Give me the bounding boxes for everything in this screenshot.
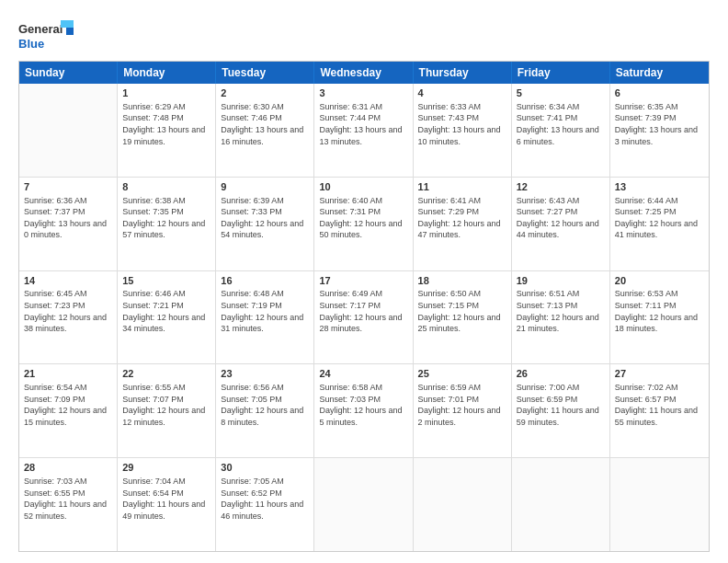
cell-daylight: Daylight: 12 hours and 31 minutes. — [221, 312, 309, 335]
cell-daylight: Daylight: 13 hours and 13 minutes. — [319, 124, 407, 147]
cell-sunrise: Sunrise: 6:49 AM — [319, 288, 407, 300]
logo-icon: General Blue — [18, 18, 74, 55]
cell-daylight: Daylight: 12 hours and 8 minutes. — [221, 405, 309, 428]
cell-sunset: Sunset: 7:05 PM — [221, 394, 309, 406]
calendar-cell-2-2: 16 Sunrise: 6:48 AM Sunset: 7:19 PM Dayl… — [216, 271, 314, 364]
cell-sunrise: Sunrise: 6:30 AM — [221, 101, 309, 113]
cell-sunset: Sunset: 7:43 PM — [418, 112, 506, 124]
cell-sunrise: Sunrise: 6:54 AM — [24, 382, 112, 394]
cell-daylight: Daylight: 12 hours and 15 minutes. — [24, 405, 112, 428]
cell-sunrise: Sunrise: 6:53 AM — [615, 288, 704, 300]
cell-sunrise: Sunrise: 6:51 AM — [517, 288, 605, 300]
day-number: 23 — [221, 367, 309, 381]
cell-sunset: Sunset: 7:11 PM — [615, 300, 704, 312]
calendar-cell-4-6 — [610, 458, 709, 551]
calendar-cell-4-4 — [414, 458, 512, 551]
calendar-cell-1-2: 9 Sunrise: 6:39 AM Sunset: 7:33 PM Dayli… — [216, 178, 314, 270]
day-number: 6 — [615, 86, 704, 100]
cell-daylight: Daylight: 12 hours and 18 minutes. — [615, 312, 704, 335]
day-number: 4 — [418, 86, 506, 100]
cell-daylight: Daylight: 12 hours and 47 minutes. — [418, 218, 506, 241]
calendar-cell-4-1: 29 Sunrise: 7:04 AM Sunset: 6:54 PM Dayl… — [118, 458, 216, 551]
day-number: 22 — [122, 367, 210, 381]
cell-daylight: Daylight: 12 hours and 28 minutes. — [319, 312, 407, 335]
cell-sunrise: Sunrise: 6:55 AM — [122, 382, 210, 394]
calendar-cell-1-4: 11 Sunrise: 6:41 AM Sunset: 7:29 PM Dayl… — [414, 178, 512, 270]
cell-sunset: Sunset: 7:48 PM — [122, 112, 210, 124]
cell-sunrise: Sunrise: 6:59 AM — [418, 382, 506, 394]
day-number: 11 — [418, 180, 506, 194]
cell-daylight: Daylight: 12 hours and 12 minutes. — [122, 405, 210, 428]
cell-sunset: Sunset: 6:57 PM — [615, 394, 704, 406]
cell-sunset: Sunset: 7:21 PM — [122, 300, 210, 312]
cell-sunset: Sunset: 7:17 PM — [319, 300, 407, 312]
cell-sunrise: Sunrise: 6:41 AM — [418, 195, 506, 207]
header-day-2: Tuesday — [216, 62, 314, 84]
day-number: 30 — [221, 461, 309, 475]
cell-sunset: Sunset: 7:23 PM — [24, 300, 112, 312]
cell-sunrise: Sunrise: 6:36 AM — [24, 195, 112, 207]
day-number: 7 — [24, 180, 112, 194]
cell-daylight: Daylight: 12 hours and 38 minutes. — [24, 312, 112, 335]
cell-sunset: Sunset: 7:09 PM — [24, 394, 112, 406]
day-number: 5 — [517, 86, 605, 100]
cell-sunset: Sunset: 7:25 PM — [615, 206, 704, 218]
cell-sunrise: Sunrise: 7:05 AM — [221, 476, 309, 488]
header: General Blue — [18, 15, 710, 55]
calendar-row-0: 1 Sunrise: 6:29 AM Sunset: 7:48 PM Dayli… — [19, 84, 709, 178]
calendar-cell-0-0 — [19, 84, 118, 177]
day-number: 17 — [319, 274, 407, 288]
cell-sunset: Sunset: 7:29 PM — [418, 206, 506, 218]
cell-sunset: Sunset: 7:13 PM — [517, 300, 605, 312]
cell-daylight: Daylight: 12 hours and 34 minutes. — [122, 312, 210, 335]
cell-sunset: Sunset: 6:52 PM — [221, 488, 309, 500]
calendar-cell-0-4: 4 Sunrise: 6:33 AM Sunset: 7:43 PM Dayli… — [414, 84, 512, 177]
cell-sunrise: Sunrise: 6:35 AM — [615, 101, 704, 113]
cell-sunset: Sunset: 7:31 PM — [319, 206, 407, 218]
calendar-cell-1-6: 13 Sunrise: 6:44 AM Sunset: 7:25 PM Dayl… — [610, 178, 709, 270]
cell-daylight: Daylight: 12 hours and 2 minutes. — [418, 405, 506, 428]
calendar-cell-0-2: 2 Sunrise: 6:30 AM Sunset: 7:46 PM Dayli… — [216, 84, 314, 177]
cell-daylight: Daylight: 13 hours and 3 minutes. — [615, 124, 704, 147]
cell-sunrise: Sunrise: 6:43 AM — [517, 195, 605, 207]
cell-sunrise: Sunrise: 7:02 AM — [615, 382, 704, 394]
calendar-header: SundayMondayTuesdayWednesdayThursdayFrid… — [19, 62, 709, 84]
day-number: 10 — [319, 180, 407, 194]
calendar-cell-3-4: 25 Sunrise: 6:59 AM Sunset: 7:01 PM Dayl… — [414, 364, 512, 457]
day-number: 15 — [122, 274, 210, 288]
cell-sunset: Sunset: 6:55 PM — [24, 488, 112, 500]
cell-daylight: Daylight: 12 hours and 21 minutes. — [517, 312, 605, 335]
calendar-cell-4-0: 28 Sunrise: 7:03 AM Sunset: 6:55 PM Dayl… — [19, 458, 118, 551]
cell-daylight: Daylight: 11 hours and 55 minutes. — [615, 405, 704, 428]
day-number: 2 — [221, 86, 309, 100]
cell-sunrise: Sunrise: 7:03 AM — [24, 476, 112, 488]
cell-sunrise: Sunrise: 6:39 AM — [221, 195, 309, 207]
cell-sunrise: Sunrise: 6:58 AM — [319, 382, 407, 394]
cell-daylight: Daylight: 11 hours and 52 minutes. — [24, 499, 112, 522]
calendar-cell-4-2: 30 Sunrise: 7:05 AM Sunset: 6:52 PM Dayl… — [216, 458, 314, 551]
calendar-row-3: 21 Sunrise: 6:54 AM Sunset: 7:09 PM Dayl… — [19, 364, 709, 458]
calendar-cell-2-4: 18 Sunrise: 6:50 AM Sunset: 7:15 PM Dayl… — [414, 271, 512, 364]
cell-sunset: Sunset: 7:41 PM — [517, 112, 605, 124]
day-number: 27 — [615, 367, 704, 381]
svg-text:General: General — [18, 22, 63, 36]
header-day-4: Thursday — [414, 62, 512, 84]
cell-sunrise: Sunrise: 6:29 AM — [122, 101, 210, 113]
svg-text:Blue: Blue — [18, 37, 44, 51]
cell-daylight: Daylight: 13 hours and 19 minutes. — [122, 124, 210, 147]
cell-sunset: Sunset: 6:59 PM — [517, 394, 605, 406]
calendar: SundayMondayTuesdayWednesdayThursdayFrid… — [18, 61, 710, 552]
calendar-row-2: 14 Sunrise: 6:45 AM Sunset: 7:23 PM Dayl… — [19, 271, 709, 365]
calendar-cell-2-5: 19 Sunrise: 6:51 AM Sunset: 7:13 PM Dayl… — [512, 271, 610, 364]
day-number: 3 — [319, 86, 407, 100]
cell-daylight: Daylight: 13 hours and 0 minutes. — [24, 218, 112, 241]
day-number: 14 — [24, 274, 112, 288]
cell-sunset: Sunset: 7:07 PM — [122, 394, 210, 406]
cell-sunset: Sunset: 7:33 PM — [221, 206, 309, 218]
cell-sunrise: Sunrise: 6:50 AM — [418, 288, 506, 300]
day-number: 26 — [517, 367, 605, 381]
header-day-5: Friday — [512, 62, 610, 84]
calendar-cell-2-6: 20 Sunrise: 6:53 AM Sunset: 7:11 PM Dayl… — [610, 271, 709, 364]
calendar-cell-1-1: 8 Sunrise: 6:38 AM Sunset: 7:35 PM Dayli… — [118, 178, 216, 270]
calendar-cell-3-3: 24 Sunrise: 6:58 AM Sunset: 7:03 PM Dayl… — [314, 364, 413, 457]
